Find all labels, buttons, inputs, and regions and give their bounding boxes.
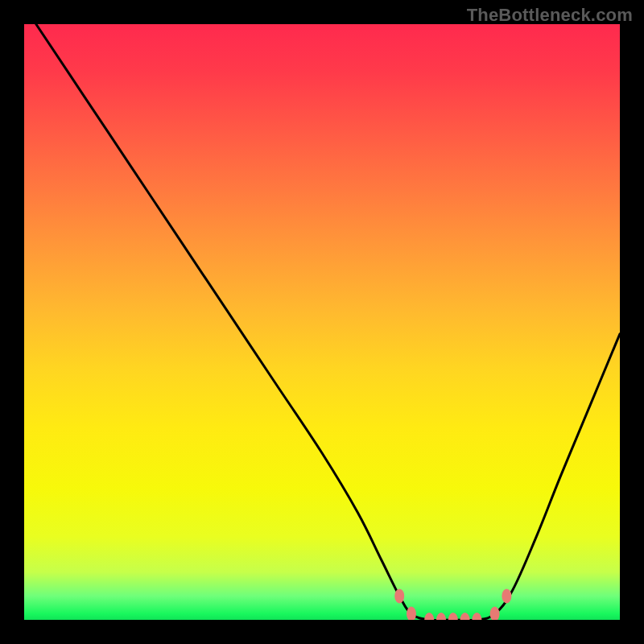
marker-dot (490, 607, 500, 620)
plot-area (24, 24, 620, 620)
chart-container: TheBottleneck.com (0, 0, 644, 644)
marker-dot (448, 613, 458, 620)
marker-group (394, 588, 511, 620)
marker-dot (502, 588, 511, 603)
marker-dot (394, 588, 404, 603)
marker-dot (460, 613, 470, 620)
watermark-text: TheBottleneck.com (467, 5, 633, 26)
marker-dot (436, 613, 446, 620)
marker-dot (472, 613, 481, 620)
bottleneck-curve (36, 24, 620, 620)
marker-dot (424, 613, 434, 620)
chart-overlay-svg (24, 24, 620, 620)
